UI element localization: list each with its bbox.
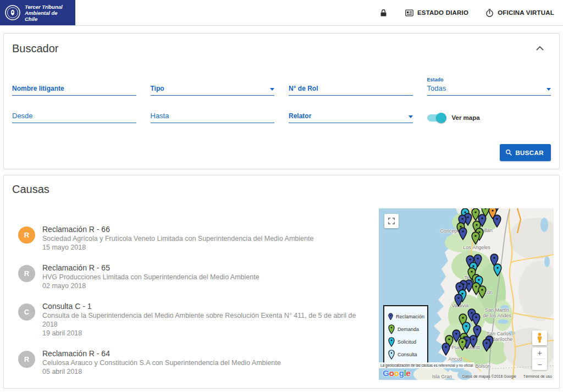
map-fullscreen-button[interactable] bbox=[384, 214, 399, 228]
chevron-down-icon bbox=[547, 88, 551, 91]
map-attribution: Datos de mapas ©2018 Google bbox=[462, 374, 516, 378]
case-title: Exhorto E - 1 bbox=[42, 388, 87, 389]
estado-select[interactable]: Todas bbox=[427, 84, 551, 92]
nav-oficina-virtual-label: OFICINA VIRTUAL bbox=[498, 9, 554, 16]
case-title: Consulta C - 1 bbox=[42, 302, 361, 311]
map-pin-icon bbox=[441, 343, 450, 356]
map-pin-icon bbox=[454, 294, 463, 307]
zoom-in-button[interactable]: + bbox=[532, 347, 547, 358]
map-pin-icon bbox=[388, 350, 395, 360]
map-marker-solicitud[interactable] bbox=[493, 263, 502, 279]
case-avatar: R bbox=[18, 265, 35, 282]
legend-label: Solicitud bbox=[398, 339, 416, 345]
case-subtitle: Consulta de la Superintendencia del Medi… bbox=[42, 311, 361, 329]
zoom-out-button[interactable]: − bbox=[532, 359, 547, 370]
map-pin-icon bbox=[388, 337, 395, 347]
causas-map[interactable]: ConcepciónChillánLos ÁngelesTemucoPucónV… bbox=[379, 208, 554, 380]
map-pin-icon bbox=[493, 214, 501, 228]
tribunal-seal-icon bbox=[4, 4, 21, 21]
relator-label: Relator bbox=[289, 112, 311, 120]
case-list-item[interactable]: R Reclamación R - 64 Celulosa Arauco y C… bbox=[18, 349, 361, 376]
nombre-litigante-label: Nombre litigante bbox=[12, 85, 64, 92]
estado-diario-icon bbox=[405, 8, 414, 18]
case-title: Reclamación R - 64 bbox=[42, 349, 281, 358]
map-marker-demanda[interactable] bbox=[471, 231, 480, 247]
map-zoom-control: + − bbox=[532, 347, 547, 370]
case-list-item[interactable]: C Consulta C - 1 Consulta de la Superint… bbox=[18, 302, 361, 338]
estado-value: Todas bbox=[427, 84, 446, 92]
ver-mapa-toggle[interactable] bbox=[427, 114, 445, 122]
map-marker-demanda[interactable] bbox=[458, 338, 467, 353]
map-pin-icon bbox=[388, 324, 395, 334]
case-subtitle: Celulosa Arauco y Constitución S.A con S… bbox=[42, 358, 281, 367]
map-pin-icon bbox=[478, 285, 487, 299]
hasta-label: Hasta bbox=[151, 112, 169, 120]
buscador-title: Buscador bbox=[12, 42, 59, 55]
nav-estado-diario-label: ESTADO DIARIO bbox=[417, 9, 468, 16]
pegman-icon bbox=[536, 333, 543, 343]
causas-panel: Causas R Reclamación R - 66 Sociedad Agr… bbox=[3, 175, 560, 389]
search-icon bbox=[505, 149, 512, 156]
case-list-item[interactable]: R Reclamación R - 65 HVG Producciones Li… bbox=[18, 263, 361, 290]
legend-row-reclamacion: Reclamación bbox=[388, 310, 424, 323]
map-terms-link[interactable]: Términos de uso bbox=[523, 374, 552, 378]
case-avatar: R bbox=[18, 351, 35, 368]
nav-oficina-virtual[interactable]: OFICINA VIRTUAL bbox=[485, 8, 554, 18]
map-pin-icon bbox=[493, 263, 502, 277]
pegman-button[interactable] bbox=[532, 330, 547, 345]
rol-field[interactable]: N° de Rol bbox=[289, 77, 413, 96]
chevron-up-icon bbox=[536, 46, 544, 51]
case-date: 15 mayo 2018 bbox=[42, 243, 313, 252]
map-marker-reclamacion[interactable] bbox=[493, 214, 501, 230]
nombre-litigante-field[interactable]: Nombre litigante bbox=[12, 77, 136, 96]
desde-label: Desde bbox=[12, 112, 33, 120]
legend-label: Reclamación bbox=[396, 314, 424, 319]
tipo-label: Tipo bbox=[151, 85, 164, 92]
legend-row-consulta: Consulta bbox=[388, 348, 424, 361]
tipo-select[interactable]: Tipo bbox=[151, 77, 275, 96]
case-avatar: R bbox=[18, 227, 35, 244]
case-date: 05 abril 2018 bbox=[42, 367, 281, 376]
logo-text: Tercer Tribunal Ambiental de Chile bbox=[25, 4, 71, 22]
case-list-item[interactable]: E Exhorto E - 1 bbox=[18, 388, 361, 389]
top-nav: ESTADO DIARIO OFICINA VIRTUAL bbox=[379, 8, 563, 18]
collapse-panel-button[interactable] bbox=[536, 45, 544, 53]
map-marker-reclamacion[interactable] bbox=[454, 294, 463, 309]
app-header: Tercer Tribunal Ambiental de Chile ESTAD… bbox=[0, 0, 563, 26]
desde-field[interactable]: Desde bbox=[12, 109, 136, 123]
hasta-field[interactable]: Hasta bbox=[151, 109, 275, 123]
chevron-down-icon bbox=[409, 115, 413, 118]
nav-estado-diario[interactable]: ESTADO DIARIO bbox=[405, 8, 468, 18]
map-pin-icon bbox=[458, 338, 467, 351]
buscar-button[interactable]: BUSCAR bbox=[500, 144, 551, 161]
case-subtitle: HVG Producciones Limitada con Superinten… bbox=[42, 273, 260, 281]
map-pin-icon bbox=[459, 227, 467, 240]
relator-select[interactable]: Relator bbox=[289, 109, 413, 123]
ver-mapa-label: Ver mapa bbox=[452, 114, 480, 121]
case-list: R Reclamación R - 66 Sociedad Agrícola y… bbox=[4, 225, 361, 389]
legend-row-demanda: Demanda bbox=[388, 323, 424, 335]
map-disclaimer: La geolocalización de las causas es refe… bbox=[379, 362, 474, 368]
map-pin-icon bbox=[472, 313, 481, 326]
case-list-item[interactable]: R Reclamación R - 66 Sociedad Agrícola y… bbox=[18, 225, 361, 252]
map-pin-icon bbox=[482, 339, 491, 352]
causas-title: Causas bbox=[12, 183, 551, 196]
estado-label: Estado bbox=[427, 77, 551, 82]
oficina-virtual-icon bbox=[485, 8, 494, 18]
map-legend: Reclamación Demanda Solicitud Consulta bbox=[383, 305, 428, 365]
lock-icon[interactable] bbox=[379, 8, 388, 18]
chevron-down-icon bbox=[270, 88, 274, 91]
map-marker-reclamacion[interactable] bbox=[459, 227, 467, 242]
case-title: Reclamación R - 66 bbox=[42, 225, 313, 234]
legend-label: Demanda bbox=[398, 327, 419, 332]
legend-label: Consulta bbox=[398, 352, 417, 357]
map-marker-reclamacion[interactable] bbox=[441, 343, 450, 358]
fullscreen-icon bbox=[388, 217, 395, 225]
map-marker-demanda[interactable] bbox=[478, 285, 487, 301]
map-marker-reclamacion[interactable] bbox=[482, 339, 491, 354]
tribunal-logo[interactable]: Tercer Tribunal Ambiental de Chile bbox=[0, 0, 75, 25]
map-pin-icon bbox=[471, 231, 480, 245]
map-pin-icon bbox=[388, 312, 393, 322]
case-date: 02 mayo 2018 bbox=[42, 281, 260, 290]
case-title: Reclamación R - 65 bbox=[42, 263, 260, 273]
